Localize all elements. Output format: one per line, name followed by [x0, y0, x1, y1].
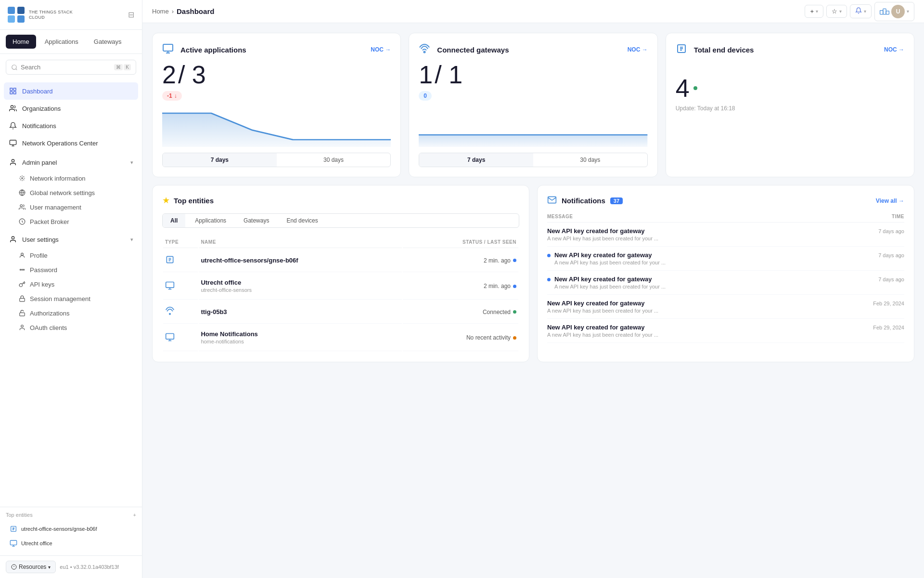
password-icon [18, 266, 26, 274]
notif-col-time: TIME [892, 214, 904, 219]
top-entities-add-button[interactable]: + [133, 512, 136, 518]
sidebar-item-label: Network Operations Center [22, 140, 98, 147]
sidebar-item-profile[interactable]: Profile [13, 248, 138, 263]
te-item-gnse[interactable]: utrecht-office-sensors/gnse-b06f [6, 522, 136, 536]
sidebar-item-authorizations[interactable]: Authorizations [13, 306, 138, 320]
connected-gateways-chart [419, 108, 647, 147]
sidebar-item-dashboard[interactable]: Dashboard [4, 82, 138, 100]
nav-tabs: Home Applications Gateways [0, 30, 142, 54]
sidebar-item-oauth-clients[interactable]: OAuth clients [13, 320, 138, 335]
bell-button[interactable]: ▾ [850, 4, 872, 18]
sidebar-section-user-settings[interactable]: User settings ▾ [4, 231, 138, 248]
notification-item[interactable]: New API key created for gateway A new AP… [547, 271, 904, 295]
sub-item-label: API keys [30, 281, 54, 288]
table-row[interactable]: Home Notifications home-notifications No… [163, 325, 518, 351]
version-info: eu1 • v3.32.0.1a403bf13f [60, 564, 119, 570]
svg-rect-2 [13, 88, 16, 91]
time-tab-30days[interactable]: 30 days [277, 153, 391, 167]
oauth-icon [18, 324, 26, 331]
user-settings-icon [9, 235, 17, 244]
active-apps-value: 2 [162, 62, 176, 87]
gw-time-tab-30days[interactable]: 30 days [533, 153, 647, 167]
sidebar-item-session-management[interactable]: Session management [13, 291, 138, 306]
star-icon: ☆ [832, 8, 837, 15]
sidebar-item-packet-broker[interactable]: Packet Broker [13, 214, 138, 229]
filter-end-devices-button[interactable]: End devices [279, 214, 325, 227]
sidebar-item-global-network[interactable]: Global network settings [13, 185, 138, 200]
resources-label: Resources [19, 564, 46, 570]
avatar: U [891, 5, 905, 18]
organizations-icon [9, 104, 17, 113]
active-apps-noc-link[interactable]: NOC → [371, 46, 391, 53]
entity-status: 2 min. ago [405, 257, 516, 264]
time-tab-7days[interactable]: 7 days [163, 153, 277, 167]
filter-all-button[interactable]: All [163, 214, 185, 227]
sidebar-item-noc[interactable]: Network Operations Center [4, 134, 138, 152]
sidebar: THE THINGS STACK CLOUD ⊟ Home Applicatio… [0, 0, 142, 578]
notif-content: New API key created for gateway A new AP… [547, 324, 869, 338]
resources-button[interactable]: Resources ▾ [6, 561, 56, 573]
table-row[interactable]: ttig-05b3 Connected [163, 301, 518, 324]
notification-item[interactable]: New API key created for gateway A new AP… [547, 295, 904, 319]
sidebar-item-user-management[interactable]: User management [13, 200, 138, 214]
search-input[interactable] [21, 64, 111, 71]
status-dot-blue [513, 285, 516, 288]
notif-title-text: New API key created for gateway [547, 227, 874, 235]
topbar: Home › Dashboard + ▾ ☆ ▾ ▾ U ▾ [142, 0, 924, 23]
sidebar-toggle-button[interactable]: ⊟ [128, 10, 134, 19]
filter-applications-button[interactable]: Applications [187, 214, 234, 227]
down-arrow-icon: ↓ [174, 92, 177, 99]
svg-rect-30 [166, 282, 174, 288]
user-management-icon [18, 203, 26, 211]
tab-gateways[interactable]: Gateways [87, 35, 128, 49]
active-apps-delta-badge: -1 ↓ [162, 91, 182, 101]
svg-point-14 [20, 269, 21, 270]
svg-rect-21 [10, 540, 16, 545]
view-all-button[interactable]: View all → [876, 197, 904, 204]
notif-title-text: New API key created for gateway [554, 276, 874, 283]
sidebar-item-notifications[interactable]: Notifications [4, 117, 138, 134]
connected-gateways-icon [419, 43, 432, 56]
favorites-button[interactable]: ☆ ▾ [826, 5, 847, 18]
notifications-header: Notifications 37 View all → [547, 195, 904, 206]
col-type: TYPE [163, 236, 198, 248]
te-item-utrecht[interactable]: Utrecht office [6, 536, 136, 551]
profile-button[interactable]: U ▾ [874, 2, 914, 21]
sub-item-label: Session management [30, 295, 90, 302]
sidebar-section-admin[interactable]: Admin panel ▾ [4, 154, 138, 171]
search-box[interactable]: ⌘ K [6, 60, 136, 75]
sidebar-item-organizations[interactable]: Organizations [4, 100, 138, 117]
user-settings-label: User settings [22, 236, 59, 243]
filter-gateways-button[interactable]: Gateways [236, 214, 277, 227]
notification-item[interactable]: New API key created for gateway A new AP… [547, 247, 904, 271]
search-shortcut: ⌘ K [114, 64, 131, 70]
notif-unread-dot [547, 254, 551, 257]
notifications-envelope-icon [547, 195, 557, 206]
breadcrumb-home[interactable]: Home [152, 8, 169, 15]
notif-sub: A new API key has just been created for … [547, 236, 874, 241]
notif-content: New API key created for gateway A new AP… [547, 227, 874, 241]
notif-title-text: New API key created for gateway [554, 251, 874, 259]
tab-home[interactable]: Home [6, 35, 36, 49]
admin-sub-nav: Network information Global network setti… [4, 171, 138, 229]
gw-time-tab-7days[interactable]: 7 days [419, 153, 533, 167]
entity-status: 2 min. ago [405, 283, 516, 289]
sidebar-item-api-keys[interactable]: API keys [13, 277, 138, 291]
notification-item[interactable]: New API key created for gateway A new AP… [547, 223, 904, 247]
total-end-devices-noc-link[interactable]: NOC → [884, 46, 904, 53]
sidebar-item-network-info[interactable]: Network information [13, 171, 138, 185]
notification-item[interactable]: New API key created for gateway A new AP… [547, 319, 904, 343]
notif-unread-dot [547, 278, 551, 281]
table-row[interactable]: utrecht-office-sensors/gnse-b06f 2 min. … [163, 249, 518, 272]
connected-gateways-title: Connected gateways [437, 46, 509, 54]
shortcut-mod: ⌘ [114, 64, 123, 70]
table-row[interactable]: Utrecht office utrecht-office-sensors 2 … [163, 273, 518, 300]
connected-gateways-noc-link[interactable]: NOC → [628, 46, 648, 53]
active-apps-icon [162, 43, 176, 56]
entity-status: Connected [405, 309, 516, 315]
notif-time: 7 days ago [878, 227, 904, 234]
add-button[interactable]: + ▾ [805, 5, 823, 18]
sidebar-item-password[interactable]: Password [13, 263, 138, 277]
row-app2-icon [165, 332, 175, 342]
tab-applications[interactable]: Applications [38, 35, 85, 49]
